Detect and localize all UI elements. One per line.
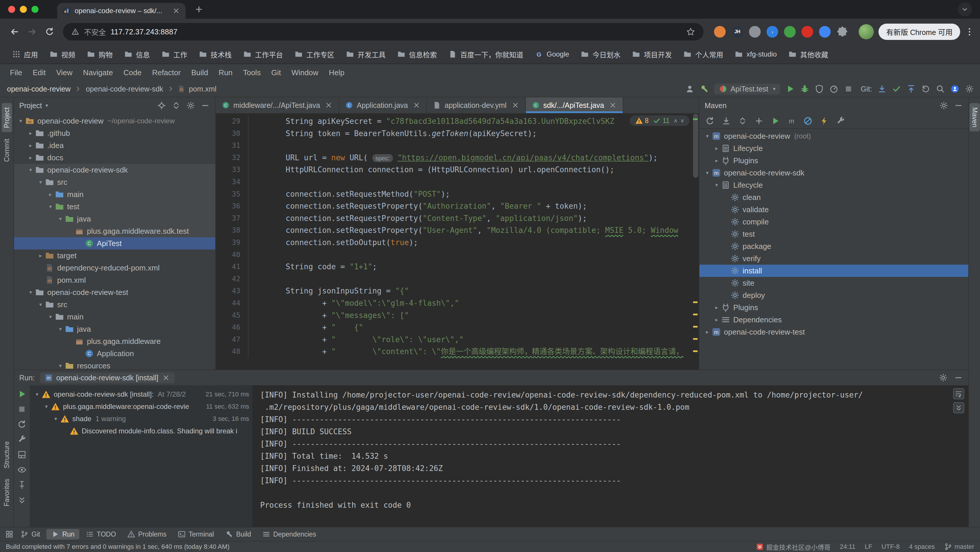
breadcrumb-module[interactable]: openai-code-review-sdk xyxy=(84,85,164,93)
toolwindow-todo[interactable]: TODO xyxy=(81,529,121,539)
chevron-down-icon[interactable]: ▾ xyxy=(703,133,712,139)
browser-tab[interactable]: openai-code-review – sdk/... xyxy=(57,3,186,19)
tree-row[interactable]: site xyxy=(699,277,968,289)
soft-wrap-button[interactable] xyxy=(953,388,964,399)
ext-gray-icon[interactable] xyxy=(749,26,760,38)
pin-button[interactable] xyxy=(17,480,27,490)
menu-tools[interactable]: Tools xyxy=(238,68,266,77)
tree-row[interactable]: ▾openai-code-review~/openai-code-review xyxy=(14,115,215,127)
close-icon[interactable] xyxy=(325,101,333,109)
tree-row[interactable]: ▾Lifecycle xyxy=(699,179,968,191)
coverage-button[interactable] xyxy=(815,84,824,94)
tree-row[interactable]: ▸main xyxy=(14,188,215,200)
m-goal-button[interactable]: m xyxy=(787,116,796,125)
menu-navigate[interactable]: Navigate xyxy=(78,68,118,77)
ext-colorful-icon[interactable] xyxy=(784,26,795,38)
tree-row[interactable]: ▸Lifecycle xyxy=(699,142,968,154)
editor-tab[interactable]: Cmiddleware/.../ApiTest.java xyxy=(216,97,339,113)
code-with-me-icon[interactable] xyxy=(950,84,959,94)
chevron-down-icon[interactable]: ▾ xyxy=(703,170,712,176)
run-button[interactable] xyxy=(786,84,795,94)
bookmark-item[interactable]: 项目开发 xyxy=(627,48,677,61)
reload-button[interactable] xyxy=(41,23,58,41)
editor-tab[interactable]: CApplication.java xyxy=(339,97,427,113)
tree-row[interactable]: ▾mopenai-code-review(root) xyxy=(699,130,968,142)
toolwindow-switcher-icon[interactable] xyxy=(5,530,14,539)
hide-panel-icon[interactable] xyxy=(954,373,963,382)
hide-panel-icon[interactable] xyxy=(954,101,963,110)
code-editor[interactable]: 29 String apiKeySecret = "c78fbacd3e1011… xyxy=(216,114,699,370)
toolwindow-stripe-favorites[interactable]: Favorites xyxy=(2,475,12,511)
run-button[interactable] xyxy=(771,116,780,125)
collapse-button[interactable] xyxy=(738,116,747,125)
chevron-right-icon[interactable]: ▸ xyxy=(46,191,55,198)
tree-row[interactable]: plus.gaga.middleware.sdk.test xyxy=(14,225,215,237)
tree-row[interactable]: ▸Plugins xyxy=(699,154,968,167)
indent-style[interactable]: 4 spaces xyxy=(909,543,935,550)
toolwindow-dependencies[interactable]: Dependencies xyxy=(258,529,321,539)
layout-button[interactable] xyxy=(17,450,27,459)
toolwindow-stripe-structure[interactable]: Structure xyxy=(2,437,12,473)
tree-row[interactable]: ▸mopenai-code-review-test xyxy=(699,326,968,338)
tree-row[interactable]: ▸.github xyxy=(14,127,215,139)
tree-row[interactable]: install xyxy=(699,265,968,277)
tree-row[interactable]: ▾main xyxy=(14,311,215,323)
line-number[interactable]: 43 xyxy=(216,285,248,297)
browser-menu-icon[interactable] xyxy=(965,27,974,36)
breadcrumb-project[interactable]: openai-code-review xyxy=(6,85,72,93)
bookmark-item[interactable]: 视频 xyxy=(45,48,81,61)
profile-avatar[interactable] xyxy=(859,24,874,39)
line-number[interactable]: 31 xyxy=(216,140,248,152)
forward-button[interactable] xyxy=(23,23,41,41)
tree-row[interactable]: ▾java xyxy=(14,323,215,335)
gear-icon[interactable] xyxy=(186,101,196,110)
wrench-button[interactable] xyxy=(17,435,27,444)
line-number[interactable]: 36 xyxy=(216,200,248,213)
toolwindow-stripe-maven[interactable]: Maven xyxy=(969,103,980,132)
file-encoding[interactable]: UTF-8 xyxy=(881,543,899,550)
address-bar[interactable]: 不安全 117.72.37.243:8887 xyxy=(63,23,703,41)
editor-scrollbar[interactable] xyxy=(692,114,699,370)
tree-row[interactable]: ▾resources xyxy=(14,360,215,370)
debug-button[interactable] xyxy=(800,84,810,94)
chevron-down-icon[interactable]: ▾ xyxy=(56,216,65,222)
profiler-button[interactable] xyxy=(829,84,838,94)
tree-row[interactable]: ▸Dependencies xyxy=(699,314,968,326)
chevron-right-icon[interactable]: ▸ xyxy=(712,145,721,152)
tree-row[interactable]: ▾mopenai-code-review-sdk xyxy=(699,167,968,179)
tree-row[interactable]: ▾shade 1 warning3 sec, 16 ms xyxy=(30,413,253,425)
toolwindow-stripe-project[interactable]: Project xyxy=(2,103,12,132)
line-number[interactable]: 33 xyxy=(216,164,248,176)
line-number[interactable]: 48 xyxy=(216,346,248,358)
gear-icon[interactable] xyxy=(939,101,948,110)
community-link[interactable]: 掘金技术社区@小傅哥 xyxy=(756,542,830,551)
chrome-update-button[interactable]: 有新版 Chrome 可用 xyxy=(878,24,960,40)
bookmark-item[interactable]: 今日划水 xyxy=(576,48,625,61)
next-problem-icon[interactable]: ∨ xyxy=(681,117,684,124)
hide-panel-icon[interactable] xyxy=(200,101,210,110)
run-content-tab[interactable]: m openai-code-review-sdk [install] xyxy=(40,373,175,383)
cursor-position[interactable]: 24:11 xyxy=(840,543,855,550)
toolwindow-stripe-commit[interactable]: Commit xyxy=(2,135,12,166)
scrollbar-thumb[interactable] xyxy=(693,114,698,178)
line-number[interactable]: 29 xyxy=(216,116,248,128)
chevron-right-icon[interactable]: ▸ xyxy=(26,130,35,136)
wrench-button[interactable] xyxy=(836,116,845,125)
ide-settings-icon[interactable] xyxy=(965,84,974,94)
tree-row[interactable]: test xyxy=(699,228,968,240)
git-push-button[interactable] xyxy=(907,84,916,94)
tree-row[interactable]: CApiTest xyxy=(14,237,215,249)
line-number[interactable]: 40 xyxy=(216,249,248,261)
menu-build[interactable]: Build xyxy=(186,68,213,77)
line-number[interactable]: 47 xyxy=(216,334,248,346)
restart-button[interactable] xyxy=(17,420,27,429)
tree-row[interactable]: ▾openai-code-review-sdk xyxy=(14,164,215,176)
chevron-down-icon[interactable]: ▾ xyxy=(36,301,45,308)
bookmark-item[interactable]: 百度一下，你就知道 xyxy=(443,48,528,61)
tree-row[interactable]: verify xyxy=(699,252,968,265)
tree-row[interactable]: clean xyxy=(699,191,968,203)
close-icon[interactable] xyxy=(162,374,170,382)
tree-row[interactable]: validate xyxy=(699,203,968,216)
bookmark-item[interactable]: 其他收藏 xyxy=(783,48,833,61)
bookmark-item[interactable]: 工作平台 xyxy=(238,48,288,61)
